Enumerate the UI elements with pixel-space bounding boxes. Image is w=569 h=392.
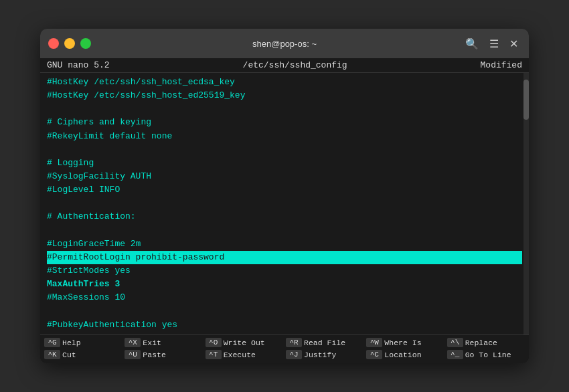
titlebar: shen@pop-os: ~ 🔍 ☰ ✕	[40, 29, 529, 58]
shortcut-item: ^CLocation	[366, 350, 444, 361]
nano-topbar: GNU nano 5.2 /etc/ssh/sshd_config Modifi…	[40, 58, 529, 73]
shortcut-label: Exit	[143, 338, 161, 349]
editor-line	[47, 224, 522, 237]
editor-line: # Authentication:	[47, 210, 522, 223]
shortcut-key[interactable]: ^U	[125, 350, 141, 359]
shortcut-key[interactable]: ^W	[366, 338, 382, 347]
editor-line: # Logging	[47, 157, 522, 170]
shortcut-label: Paste	[143, 350, 166, 361]
editor-line: #LogLevel INFO	[47, 183, 522, 197]
editor-area[interactable]: #HostKey /etc/ssh/ssh_host_ecdsa_key#Hos…	[40, 73, 529, 334]
editor-line: # Ciphers and keying	[47, 116, 522, 129]
editor-line: #PermitRootLogin prohibit-password	[47, 251, 522, 264]
editor-line	[47, 143, 522, 157]
terminal-window: shen@pop-os: ~ 🔍 ☰ ✕ GNU nano 5.2 /etc/s…	[40, 29, 529, 363]
menu-icon[interactable]: ☰	[487, 36, 501, 52]
close-icon[interactable]: ✕	[507, 36, 521, 52]
shortcut-key[interactable]: ^K	[44, 350, 60, 359]
maximize-button[interactable]	[80, 38, 91, 49]
shortcut-bar: ^GHelp^XExit^OWrite Out^RRead File^WWher…	[40, 334, 529, 363]
editor-line: #StrictModes yes	[47, 264, 522, 278]
shortcut-label: Location	[384, 350, 421, 361]
search-icon[interactable]: 🔍	[463, 36, 481, 52]
shortcut-key[interactable]: ^C	[366, 350, 382, 359]
shortcut-item: ^GHelp	[44, 338, 122, 349]
shortcut-label: Read File	[304, 338, 345, 349]
shortcut-key[interactable]: ^G	[44, 338, 60, 347]
shortcut-item: ^TExecute	[206, 350, 283, 361]
shortcut-item: ^KCut	[44, 350, 122, 361]
editor-line	[47, 197, 522, 210]
close-button[interactable]	[48, 38, 59, 49]
shortcut-key[interactable]: ^X	[125, 338, 141, 347]
minimize-button[interactable]	[64, 38, 75, 49]
shortcut-item: ^_Go To Line	[447, 350, 525, 361]
titlebar-actions: 🔍 ☰ ✕	[463, 36, 521, 52]
shortcut-label: Where Is	[384, 338, 421, 349]
nano-filepath: /etc/ssh/sshd_config	[243, 60, 347, 70]
shortcut-label: Justify	[304, 350, 336, 361]
shortcut-label: Write Out	[224, 338, 265, 349]
editor-line	[47, 102, 522, 116]
window-title: shen@pop-os: ~	[252, 39, 317, 49]
shortcut-label: Help	[62, 338, 81, 349]
shortcut-item: ^\Replace	[447, 338, 525, 349]
shortcut-label: Cut	[62, 350, 76, 361]
window-controls	[48, 38, 91, 49]
shortcut-key[interactable]: ^_	[447, 350, 463, 359]
editor-line: #LoginGraceTime 2m	[47, 237, 522, 251]
editor-line: #SyslogFacility AUTH	[47, 170, 522, 183]
shortcut-label: Go To Line	[465, 350, 511, 361]
shortcut-item: ^OWrite Out	[206, 338, 283, 349]
shortcut-label: Replace	[465, 338, 497, 349]
editor-line	[47, 304, 522, 318]
shortcut-item: ^UPaste	[125, 350, 202, 361]
editor-line: #HostKey /etc/ssh/ssh_host_ed25519_key	[47, 89, 522, 102]
shortcut-item: ^XExit	[125, 338, 202, 349]
nano-app-label: GNU nano 5.2	[47, 60, 110, 70]
editor-line: MaxAuthTries 3	[47, 278, 522, 291]
shortcut-item: ^RRead File	[286, 338, 363, 349]
editor-line: #RekeyLimit default none	[47, 130, 522, 143]
shortcut-label: Execute	[224, 350, 256, 361]
scrollbar-thumb[interactable]	[523, 80, 529, 120]
nano-status: Modified	[481, 60, 522, 70]
shortcut-key[interactable]: ^T	[206, 350, 222, 359]
shortcut-key[interactable]: ^R	[286, 338, 302, 347]
shortcut-key[interactable]: ^J	[286, 350, 302, 359]
editor-line: #MaxSessions 10	[47, 291, 522, 304]
shortcut-item: ^JJustify	[286, 350, 363, 361]
shortcut-key[interactable]: ^\	[447, 338, 463, 347]
scrollbar[interactable]	[523, 73, 529, 334]
shortcut-key[interactable]: ^O	[206, 338, 222, 347]
editor-line: #HostKey /etc/ssh/ssh_host_ecdsa_key	[47, 76, 522, 89]
shortcut-item: ^WWhere Is	[366, 338, 444, 349]
editor-line: #PubkeyAuthentication yes	[47, 318, 522, 332]
